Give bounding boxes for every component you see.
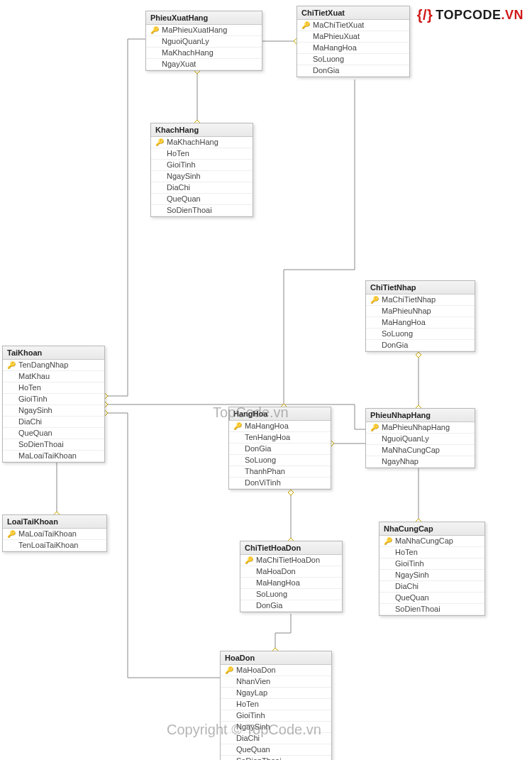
entity-nhacungcap[interactable]: NhaCungCap🔑MaNhaCungCapHoTenGioiTinhNgay… — [379, 522, 485, 616]
entity-field: NgaySinh — [379, 570, 484, 581]
entity-field: QueQuan — [379, 593, 484, 604]
entity-field: MaHoaDon — [240, 566, 342, 578]
entity-field: HoTen — [3, 382, 104, 394]
entity-field: MaLoaiTaiKhoan — [3, 451, 104, 462]
field-name: SoLuong — [255, 589, 339, 600]
key-icon: 🔑 — [154, 137, 165, 148]
field-name: TenDangNhap — [17, 360, 101, 370]
entity-chitiethoadon[interactable]: ChiTietHoaDon🔑MaChiTietHoaDonMaHoaDonMaH… — [240, 541, 343, 612]
field-name: MatKhau — [17, 371, 101, 382]
field-name: SoDienThoai — [394, 604, 482, 615]
entity-field: 🔑MaLoaiTaiKhoan — [3, 529, 106, 540]
entity-field: MaKhachHang — [146, 48, 262, 59]
field-name: MaLoaiTaiKhoan — [17, 529, 104, 539]
field-name: MaLoaiTaiKhoan — [17, 451, 101, 461]
entity-title: ChiTietXuat — [297, 6, 409, 20]
field-name: MaHangHoa — [380, 317, 472, 328]
field-name: NhanVien — [235, 676, 328, 687]
entity-field: SoLuong — [366, 329, 475, 340]
entity-phieuxuathang[interactable]: PhieuXuatHang🔑MaPhieuXuatHangNguoiQuanLy… — [145, 11, 262, 71]
field-name: MaHangHoa — [311, 43, 406, 53]
entity-field: DiaChi — [221, 733, 331, 744]
field-name: QueQuan — [17, 428, 101, 439]
entity-field: MaHangHoa — [366, 317, 475, 329]
entity-field: NhanVien — [221, 676, 331, 688]
entity-field: SoLuong — [297, 54, 409, 65]
entity-field: TenHangHoa — [229, 432, 331, 444]
field-name: NguoiQuanLy — [380, 434, 472, 444]
entity-field: MaHangHoa — [297, 43, 409, 54]
entity-title: ChiTietNhap — [366, 281, 475, 294]
entity-field: 🔑MaKhachHang — [151, 137, 253, 148]
entity-field: ThanhPhan — [229, 466, 331, 478]
entity-field: HoTen — [221, 699, 331, 710]
field-name: SoLuong — [243, 455, 328, 466]
field-name: SoDienThoai — [235, 756, 328, 760]
key-icon: 🔑 — [300, 20, 311, 31]
entity-field: GioiTinh — [379, 558, 484, 570]
field-name: DiaChi — [165, 182, 250, 193]
key-icon: 🔑 — [243, 555, 255, 566]
key-icon: 🔑 — [369, 294, 380, 305]
entity-field: HoTen — [151, 148, 253, 160]
field-name: SoLuong — [380, 329, 472, 339]
field-name: QueQuan — [394, 593, 482, 603]
entity-field: SoLuong — [240, 589, 342, 600]
entity-title: LoaiTaiKhoan — [3, 515, 106, 529]
key-icon: 🔑 — [6, 360, 17, 370]
entity-field: NguoiQuanLy — [146, 36, 262, 48]
field-name: MaKhachHang — [165, 137, 250, 148]
entity-loaitaikhoan[interactable]: LoaiTaiKhoan🔑MaLoaiTaiKhoanTenLoaiTaiKho… — [2, 514, 107, 552]
entity-khachhang[interactable]: KhachHang🔑MaKhachHangHoTenGioiTinhNgaySi… — [150, 123, 253, 217]
entity-field: 🔑MaNhaCungCap — [379, 536, 484, 547]
field-name: DiaChi — [394, 581, 482, 592]
entity-field: MaHangHoa — [240, 578, 342, 589]
entity-chitietnhap[interactable]: ChiTietNhap🔑MaChiTietNhapMaPhieuNhapMaHa… — [365, 280, 475, 352]
entity-hanghoa[interactable]: HangHoa🔑MaHangHoaTenHangHoaDonGiaSoLuong… — [228, 407, 331, 490]
field-name: QueQuan — [165, 194, 250, 204]
entity-field: 🔑TenDangNhap — [3, 360, 104, 371]
field-name: MaPhieuXuat — [311, 31, 406, 42]
entity-field: GioiTinh — [151, 160, 253, 171]
entity-hoadon[interactable]: HoaDon🔑MaHoaDonNhanVienNgayLapHoTenGioiT… — [220, 651, 332, 760]
field-name: NgaySinh — [165, 171, 250, 182]
entity-field: DiaChi — [379, 581, 484, 593]
field-name: MaHangHoa — [255, 578, 339, 588]
field-name: NgayNhap — [380, 456, 472, 467]
field-name: HoTen — [17, 382, 101, 393]
entity-taikhoan[interactable]: TaiKhoan🔑TenDangNhapMatKhauHoTenGioiTinh… — [2, 346, 105, 463]
entity-field: SoLuong — [229, 455, 331, 466]
entity-field: GioiTinh — [3, 394, 104, 405]
field-name: DiaChi — [235, 733, 328, 744]
entity-field: MaNhaCungCap — [366, 445, 475, 456]
field-name: NgaySinh — [17, 405, 101, 416]
entity-field: NgayNhap — [366, 456, 475, 468]
field-name: NgaySinh — [235, 722, 328, 732]
logo-suffix: .VN — [501, 8, 523, 22]
field-name: HoTen — [165, 148, 250, 159]
entity-title: PhieuXuatHang — [146, 11, 262, 25]
entity-field: DiaChi — [3, 417, 104, 428]
entity-field: DiaChi — [151, 182, 253, 194]
entity-field: HoTen — [379, 547, 484, 558]
entity-field: SoDienThoai — [151, 205, 253, 216]
field-name: MaNhaCungCap — [394, 536, 482, 546]
entity-field: QueQuan — [3, 428, 104, 439]
field-name: HoTen — [235, 699, 328, 710]
field-name: NgayLap — [235, 688, 328, 698]
entity-field: 🔑MaChiTietXuat — [297, 20, 409, 31]
logo-bracket-icon: {/} — [417, 7, 433, 23]
entity-title: HangHoa — [229, 407, 331, 421]
field-name: HoTen — [394, 547, 482, 558]
field-name: TenHangHoa — [243, 432, 328, 443]
field-name: DonViTinh — [243, 478, 328, 488]
entity-title: HoaDon — [221, 651, 331, 665]
entity-title: NhaCungCap — [379, 522, 484, 536]
entity-chitietxuat[interactable]: ChiTietXuat🔑MaChiTietXuatMaPhieuXuatMaHa… — [297, 6, 410, 77]
field-name: TenLoaiTaiKhoan — [17, 540, 104, 551]
entity-phieunhaphang[interactable]: PhieuNhapHang🔑MaPhieuNhapHangNguoiQuanLy… — [365, 408, 475, 468]
entity-field: MatKhau — [3, 371, 104, 382]
key-icon: 🔑 — [232, 421, 243, 431]
field-name: MaHoaDon — [235, 665, 328, 676]
erd-canvas: { "logo": { "text": "TOPCODE", "suffix":… — [0, 0, 532, 760]
